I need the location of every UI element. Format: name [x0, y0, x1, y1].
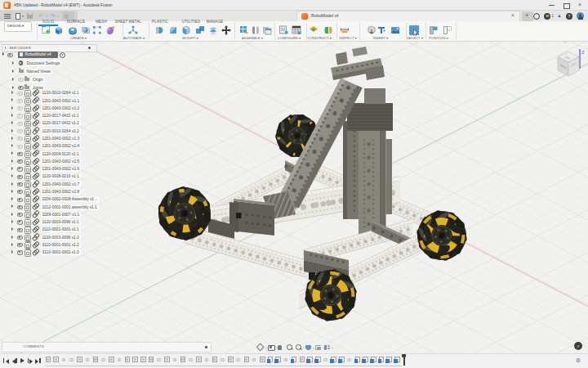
svg-text:Z: Z — [581, 50, 585, 55]
